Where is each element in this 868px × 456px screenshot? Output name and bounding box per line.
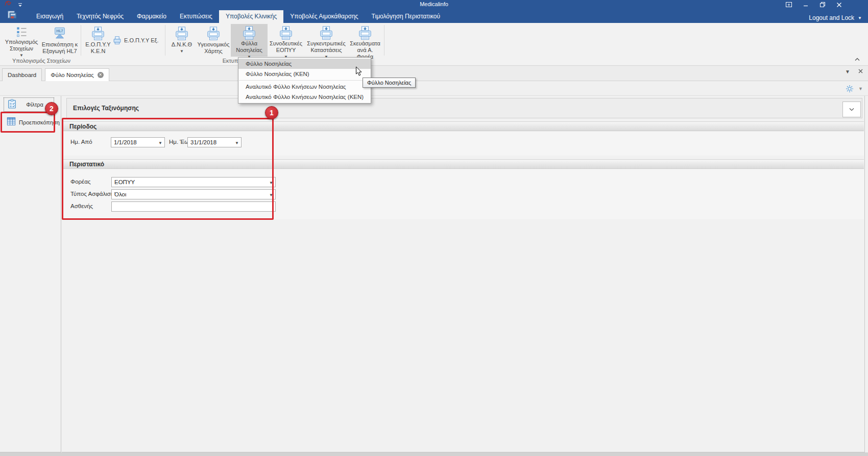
ribbon-button-label: Δ.Ν.Κ.Θ <box>172 41 192 48</box>
sidebar-item-preview[interactable]: Προεπισκόπηση <box>3 114 54 131</box>
printer-small-icon <box>113 33 122 48</box>
window-bottom-edge <box>0 452 868 456</box>
menu-tab-6[interactable]: Υποβολές Αιμοκάθαρσης <box>283 10 365 23</box>
period-section-header: Περίοδος <box>62 121 864 131</box>
tab-list-dropdown-icon[interactable]: ▼ <box>845 69 850 74</box>
document-tab-2[interactable]: Φύλο Νοσηλείας✕ <box>45 68 109 81</box>
close-tab-icon[interactable]: ✕ <box>98 72 104 78</box>
ribbon-options-button[interactable] <box>780 0 797 9</box>
chevron-down-icon: ▼ <box>269 193 273 197</box>
ribbon-group-separator <box>81 25 81 56</box>
printer-icon <box>319 26 334 40</box>
mouse-cursor <box>355 66 363 79</box>
tooltip: Φύλλο Νοσηλείας <box>363 78 416 88</box>
window-title: Medicalinfo <box>0 0 868 9</box>
ribbon-button-5[interactable]: Ε.Ο.Π.Υ.Υ Εξ. <box>113 34 163 46</box>
incident-section-header: Περιστατικό <box>62 159 864 169</box>
close-tab-icon[interactable] <box>858 69 863 74</box>
patient-input[interactable] <box>111 201 276 212</box>
ribbon-group-label: Υπολογισμός Στοιχείων <box>0 58 83 65</box>
close-button[interactable] <box>831 0 848 9</box>
dropdown-menu-item-1[interactable]: Φύλλο Νοσηλείας <box>238 59 371 69</box>
restore-button[interactable] <box>814 0 831 9</box>
menu-bar: ΕισαγωγήΤεχνητός ΝεφρόςΦαρμακείοΕκτυπώσε… <box>0 9 868 23</box>
table-icon <box>7 117 16 128</box>
date-to-combobox[interactable]: 31/1/2018 ▼ <box>187 137 242 147</box>
ribbon-button-1[interactable]: Υπολογισμός Στοιχείων▼ <box>2 24 41 57</box>
menu-separator <box>239 80 370 81</box>
ribbon-collapse-icon[interactable] <box>855 54 860 63</box>
sidebar-item-label: Προεπισκόπηση <box>19 119 60 125</box>
printer-icon <box>174 26 189 41</box>
menu-tab-4[interactable]: Εκτυπώσεις <box>173 10 219 23</box>
app-file-icon[interactable] <box>7 10 17 21</box>
dropdown-menu-item-3[interactable]: Αναλυτικό Φύλλο Κινήσεων Νοσηλείας <box>238 82 371 92</box>
ribbon-button-7[interactable]: Δ.Ν.Κ.Θ▼ <box>167 24 196 57</box>
printer-icon <box>278 26 294 40</box>
ribbon-button-label: Υπολογισμός Στοιχείων <box>2 39 41 52</box>
ribbon-button-8[interactable]: Υγειονομικός Χάρτης <box>196 24 231 57</box>
menu-tab-5[interactable]: Υποβολές Κλινικής <box>219 10 283 23</box>
carrier-combobox[interactable]: ΕΟΠΥΥ ▼ <box>111 177 276 187</box>
document-tab-bar: DashboardΦύλο Νοσηλείας✕ ▼ <box>0 66 868 81</box>
ribbon-button-10[interactable]: Συνοδευτικές ΕΟΠΥΥ▼ <box>268 24 304 57</box>
carrier-label: Φορέας <box>70 179 90 185</box>
ribbon-button-label: Υγειονομικός Χάρτης <box>196 41 231 55</box>
printer-icon <box>357 26 373 40</box>
title-bar: Medicalinfo <box>0 0 868 9</box>
menu-tab-1[interactable]: Εισαγωγή <box>30 10 70 23</box>
document-tab-label: Φύλο Νοσηλείας <box>51 69 93 81</box>
patient-label: Ασθενής <box>70 203 93 209</box>
ribbon: Υπολογισμός Στοιχείων▼HL7Επισκόπηση κ Εξ… <box>0 23 868 66</box>
checklist-icon <box>14 26 29 39</box>
logout-button[interactable]: Logout and Lock ▼ <box>809 14 862 21</box>
ribbon-button-9[interactable]: Φύλλα Νοσηλείας▼ <box>231 24 268 57</box>
date-from-combobox[interactable]: 1/1/2018 ▼ <box>111 137 165 147</box>
gear-icon[interactable] <box>846 85 854 95</box>
dropdown-menu-item-4[interactable]: Αναλυτικό Φύλλο Κινήσεων Νοσηλείας (ΚΕΝ) <box>238 92 371 102</box>
chevron-down-icon: ▼ <box>269 181 273 185</box>
toolbar-dropdown-icon[interactable]: ▼ <box>858 86 863 91</box>
date-to-value: 31/1/2018 <box>190 139 216 145</box>
insurance-type-combobox[interactable]: Όλοι ▼ <box>111 189 276 199</box>
sort-options-title: Επιλογές Ταξινόμησης <box>67 98 862 112</box>
dropdown-menu-item-2[interactable]: Φύλλο Νοσηλείας (ΚΕΝ) <box>238 69 371 79</box>
ribbon-button-label: Φύλλα Νοσηλείας <box>231 40 268 54</box>
printer-icon <box>206 26 221 41</box>
ribbon-button-label: Ε.Ο.Π.Υ.Υ Κ.Ε.Ν <box>83 41 113 55</box>
chevron-down-icon: ▼ <box>858 16 862 20</box>
chevron-down-icon: ▼ <box>180 48 184 55</box>
chevron-down-icon: ▼ <box>158 141 162 145</box>
hl7-monitor-icon: HL7 <box>52 26 67 41</box>
ribbon-button-label: Συγκεντρωτικές Καταστάσεις <box>304 40 348 54</box>
ribbon-button-label: Επισκόπηση κ Εξαγωγή HL7 <box>41 41 79 55</box>
document-tab-1[interactable]: Dashboard <box>2 68 42 81</box>
ribbon-dropdown-menu: Φύλλο ΝοσηλείαςΦύλλο Νοσηλείας (ΚΕΝ)Αναλ… <box>238 57 371 104</box>
main-panel: Επιλογές Ταξινόμησης Περίοδος Περιστατικ… <box>62 96 865 452</box>
date-from-value: 1/1/2018 <box>114 139 137 145</box>
date-from-label: Ημ. Από <box>70 139 92 145</box>
ribbon-button-12[interactable]: Σκευάσματα ανά Α. Φορέα <box>348 24 382 57</box>
menu-tab-3[interactable]: Φαρμακείο <box>130 10 173 23</box>
ribbon-button-11[interactable]: Συγκεντρωτικές Καταστάσεις▼ <box>304 24 348 57</box>
clipboard-icon <box>8 99 16 111</box>
options-toolbar: ▼ <box>0 82 868 96</box>
ribbon-button-2[interactable]: HL7Επισκόπηση κ Εξαγωγή HL7 <box>41 24 79 57</box>
printer-icon <box>242 26 257 40</box>
sidebar: ΦίλτραΠροεπισκόπηση <box>0 96 61 452</box>
annotation-badge-2: 2 <box>45 102 58 115</box>
menu-tab-7[interactable]: Τιμολόγηση Περιστατικού <box>365 10 447 23</box>
svg-text:HL7: HL7 <box>57 29 63 33</box>
logout-label: Logout and Lock <box>809 14 854 21</box>
chevron-down-icon: ▼ <box>235 141 239 145</box>
menu-tab-2[interactable]: Τεχνητός Νεφρός <box>70 10 130 23</box>
ribbon-group-separator <box>384 25 384 56</box>
minimize-button[interactable] <box>797 0 814 9</box>
insurance-type-label: Τύπος Ασφάλισης <box>70 191 117 197</box>
ribbon-button-label: Συνοδευτικές ΕΟΠΥΥ <box>268 40 304 54</box>
ribbon-group-separator <box>165 25 165 56</box>
ribbon-button-4[interactable]: Ε.Ο.Π.Υ.Υ Κ.Ε.Ν <box>83 24 113 57</box>
sort-options-expand-button[interactable] <box>842 102 861 117</box>
printer-icon <box>90 26 106 41</box>
carrier-value: ΕΟΠΥΥ <box>114 179 135 185</box>
